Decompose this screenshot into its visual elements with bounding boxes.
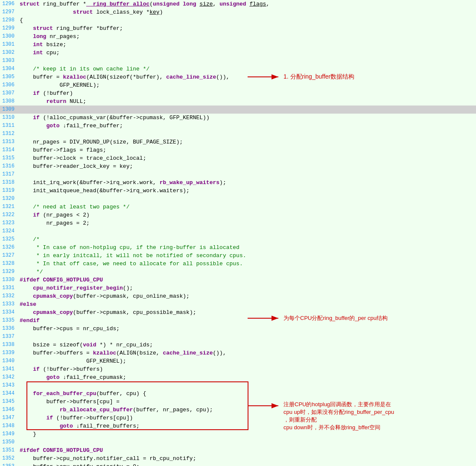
code-cell: goto ↓fail_free_buffer; [18,122,476,130]
table-row: 1341 if (!buffer->buffers) [0,365,476,373]
annotation-3: 注册CPU的hotplug回调函数，主要作用是在 cpu up时，如果没有分配r… [248,401,394,431]
line-number: 1348 [0,422,18,430]
code-cell: rb_allocate_cpu_buffer(buffer, nr_pages,… [18,406,476,414]
table-row: 1315 buffer->clock = trace_clock_local; [0,154,476,162]
table-row: 1313 nr_pages = DIV_ROUND_UP(size, BUF_P… [0,138,476,146]
code-cell: cpumask_copy(buffer->cpumask, cpu_possib… [18,308,476,317]
code-cell: nr_pages = DIV_ROUND_UP(size, BUF_PAGE_S… [18,138,476,146]
table-row: 1331 cpu_notifier_register_begin(); [0,284,476,292]
table-row: 1345 buffer->buffers[cpu] = [0,398,476,406]
line-number: 1330 [0,276,18,284]
table-row: 1342 goto ↓fail_free_cpumask; [0,373,476,381]
line-number: 1310 [0,114,18,122]
line-number: 1304 [0,65,18,73]
line-number: 1303 [0,57,18,65]
table-row: 1347 if (!buffer->buffers[cpu]) [0,414,476,422]
table-row: 1351#ifdef CONFIG_HOTPLUG_CPU [0,446,476,454]
line-number: 1335 [0,317,18,325]
table-row: 1321 /* need at least two pages */ [0,203,476,211]
line-number: 1309 [0,106,18,114]
line-number: 1328 [0,260,18,268]
line-number: 1339 [0,349,18,357]
table-row: 1312 [0,130,476,138]
code-cell: /* need at least two pages */ [18,203,476,211]
line-number: 1298 [0,16,18,24]
code-cell [18,170,476,179]
line-number: 1301 [0,41,18,49]
table-row: 1350 [0,438,476,446]
line-number: 1320 [0,195,18,203]
code-cell: init_waitqueue_head(&buffer->irq_work.wa… [18,187,476,195]
code-cell: goto ↓fail_free_buffers; [18,422,476,430]
table-row: 1320 [0,195,476,203]
code-cell: struct lock_class_key *key) [18,8,476,16]
line-number: 1329 [0,268,18,276]
table-row: 1316 buffer->reader_lock_key = key; [0,162,476,170]
code-cell: buffer->flags = flags; [18,146,476,154]
code-cell: /* [18,235,476,243]
code-cell: buffer->buffers = kzalloc(ALIGN(bsize, c… [18,349,476,357]
line-number: 1336 [0,325,18,333]
code-cell: cpumask_copy(buffer->cpumask, cpu_online… [18,292,476,300]
code-cell: buffer->cpu_notify.notifier_call = rb_cp… [18,454,476,463]
code-cell: goto ↓fail_free_cpumask; [18,373,476,381]
line-number: 1306 [0,81,18,89]
line-number: 1340 [0,357,18,365]
code-cell: if (!buffer) [18,89,476,97]
code-cell: struct ring_buffer *__ring_buffer_alloc(… [18,0,476,8]
line-number: 1333 [0,300,18,308]
line-number: 1305 [0,73,18,81]
line-number: 1314 [0,146,18,154]
code-cell: GFP_KERNEL); [18,81,476,89]
table-row: 1296struct ring_buffer *__ring_buffer_al… [0,0,476,8]
line-number: 1351 [0,446,18,454]
line-number: 1325 [0,235,18,243]
code-cell: bsize = sizeof(void *) * nr_cpu_ids; [18,341,476,349]
line-number: 1345 [0,398,18,406]
code-cell: long nr_pages; [18,32,476,41]
code-cell: #else [18,300,476,308]
table-row: 1301 int bsize; [0,41,476,49]
code-cell: return NULL; [18,97,476,106]
code-cell: if (!alloc_cpumask_var(&buffer->cpumask,… [18,114,476,122]
table-row: 1327 * in early initcall, it will not be… [0,252,476,260]
annotation-2: 为每个CPU分配ring_buffer的_per cpu结构 [248,314,388,322]
code-cell: #ifdef CONFIG_HOTPLUG_CPU [18,276,476,284]
line-number: 1341 [0,365,18,373]
table-row: 1303 [0,57,476,65]
table-row: 1344 for_each_buffer_cpu(buffer, cpu) { [0,390,476,398]
line-number: 1332 [0,292,18,300]
line-number: 1344 [0,390,18,398]
table-row: 1305 buffer = kzalloc(ALIGN(sizeof(*buff… [0,73,476,81]
code-cell: struct ring_buffer *buffer; [18,24,476,32]
annotation-1-text: 1. 分配ring_buffer数据结构 [283,73,354,81]
table-row: 1319 init_waitqueue_head(&buffer->irq_wo… [0,187,476,195]
line-number: 1338 [0,341,18,349]
table-row: 1326 * In case of non-hotplug cpu, if th… [0,243,476,252]
code-cell: buffer = kzalloc(ALIGN(sizeof(*buffer), … [18,73,476,81]
table-row: 1324 [0,227,476,235]
line-number: 1324 [0,227,18,235]
line-number: 1297 [0,8,18,16]
code-cell: * in early initcall, it will not be noti… [18,252,476,260]
table-row: 1340 GFP_KERNEL); [0,357,476,365]
line-number: 1312 [0,130,18,138]
line-number: 1353 [0,463,18,466]
line-number: 1343 [0,381,18,390]
table-row: 1330#ifdef CONFIG_HOTPLUG_CPU [0,276,476,284]
code-cell: buffer->cpus = nr_cpu_ids; [18,325,476,333]
table-row: 1310 if (!alloc_cpumask_var(&buffer->cpu… [0,114,476,122]
code-cell: int cpu; [18,49,476,57]
code-cell: GFP_KERNEL); [18,357,476,365]
table-row: 1328 * In that off case, we need to allo… [0,260,476,268]
code-cell: { [18,16,476,24]
line-number: 1347 [0,414,18,422]
table-row: 1333#else [0,300,476,308]
line-number: 1319 [0,187,18,195]
table-row: 1308 return NULL; [0,97,476,106]
table-row: 1336 buffer->cpus = nr_cpu_ids; [0,325,476,333]
table-row: 1353 buffer->cpu_notify.priority = 0; [0,463,476,466]
table-row: 1334 cpumask_copy(buffer->cpumask, cpu_p… [0,308,476,317]
code-cell: buffer->reader_lock_key = key; [18,162,476,170]
line-number: 1352 [0,454,18,463]
